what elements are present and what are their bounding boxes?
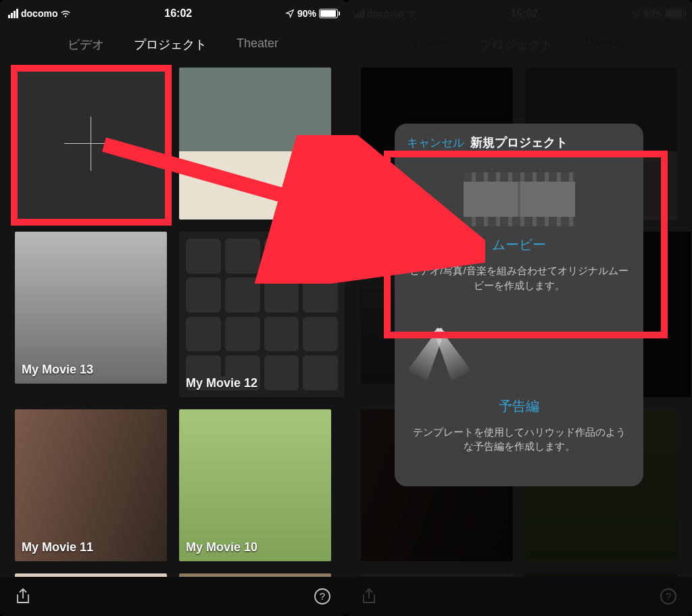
project-tile[interactable]: My Movie 10 bbox=[179, 409, 331, 561]
tab-theater[interactable]: Theater bbox=[237, 36, 278, 53]
project-tile[interactable] bbox=[179, 68, 331, 220]
bottom-bar: ? bbox=[346, 577, 692, 616]
new-project-modal: キャンセル 新規プロジェクト ムービー ビデオ/写真/音楽を組み合わせてオリジナ… bbox=[395, 124, 643, 486]
battery-pct: 90% bbox=[643, 8, 662, 19]
tab-bar: ビデオ プロジェクト Theater bbox=[346, 23, 692, 68]
option-movie-desc: ビデオ/写真/音楽を組み合わせてオリジナルムービーを作成します。 bbox=[410, 263, 628, 293]
phone-right: docomo 16:02 90% ビデオ プロジェクト Theater bbox=[346, 0, 692, 616]
modal-title: 新規プロジェクト bbox=[470, 134, 568, 151]
tab-project[interactable]: プロジェクト bbox=[480, 36, 553, 53]
location-icon bbox=[631, 9, 641, 18]
share-icon[interactable] bbox=[361, 588, 377, 605]
carrier-label: docomo bbox=[367, 8, 403, 19]
wifi-icon bbox=[406, 9, 417, 18]
tab-video[interactable]: ビデオ bbox=[414, 36, 450, 53]
project-tile[interactable]: My Movie 12 bbox=[179, 232, 345, 397]
help-icon[interactable]: ? bbox=[314, 588, 331, 605]
filmstrip-icon bbox=[410, 172, 628, 226]
carrier-label: docomo bbox=[21, 8, 57, 19]
add-project-tile[interactable] bbox=[15, 68, 167, 220]
status-bar: docomo 16:02 90% bbox=[0, 0, 346, 23]
project-grid: My Movie 13 My Movie 12 My Movie 11 My M… bbox=[0, 68, 346, 616]
help-icon[interactable]: ? bbox=[660, 588, 677, 605]
phone-left: docomo 16:02 90% ビデオ プロジェクト Theater My M… bbox=[0, 0, 346, 616]
clock: 16:02 bbox=[164, 7, 192, 20]
cancel-button[interactable]: キャンセル bbox=[407, 135, 464, 151]
option-movie[interactable]: ムービー ビデオ/写真/音楽を組み合わせてオリジナルムービーを作成します。 bbox=[395, 159, 643, 309]
tab-project[interactable]: プロジェクト bbox=[134, 36, 207, 53]
spotlights-icon bbox=[410, 323, 469, 388]
option-movie-name: ムービー bbox=[410, 236, 628, 254]
plus-icon bbox=[15, 68, 167, 220]
svg-text:?: ? bbox=[320, 590, 325, 602]
signal-icon bbox=[354, 9, 364, 18]
tab-video[interactable]: ビデオ bbox=[68, 36, 104, 53]
wifi-icon bbox=[60, 9, 71, 18]
signal-icon bbox=[8, 9, 18, 18]
battery-pct: 90% bbox=[297, 8, 316, 19]
share-icon[interactable] bbox=[15, 588, 31, 605]
project-tile[interactable]: My Movie 13 bbox=[15, 232, 167, 384]
bottom-bar: ? bbox=[0, 577, 346, 616]
tab-theater[interactable]: Theater bbox=[583, 36, 624, 53]
tab-bar: ビデオ プロジェクト Theater bbox=[0, 23, 346, 68]
option-trailer-desc: テンプレートを使用してハリウッド作品のような予告編を作成します。 bbox=[410, 425, 628, 455]
battery-icon bbox=[319, 9, 338, 18]
project-tile[interactable]: My Movie 11 bbox=[15, 409, 167, 561]
battery-icon bbox=[665, 9, 684, 18]
option-trailer-name: 予告編 bbox=[410, 397, 628, 415]
clock: 16:02 bbox=[510, 7, 538, 20]
option-trailer[interactable]: 予告編 テンプレートを使用してハリウッド作品のような予告編を作成します。 bbox=[395, 309, 643, 471]
location-icon bbox=[285, 9, 295, 18]
status-bar: docomo 16:02 90% bbox=[346, 0, 692, 23]
svg-text:?: ? bbox=[666, 590, 671, 602]
